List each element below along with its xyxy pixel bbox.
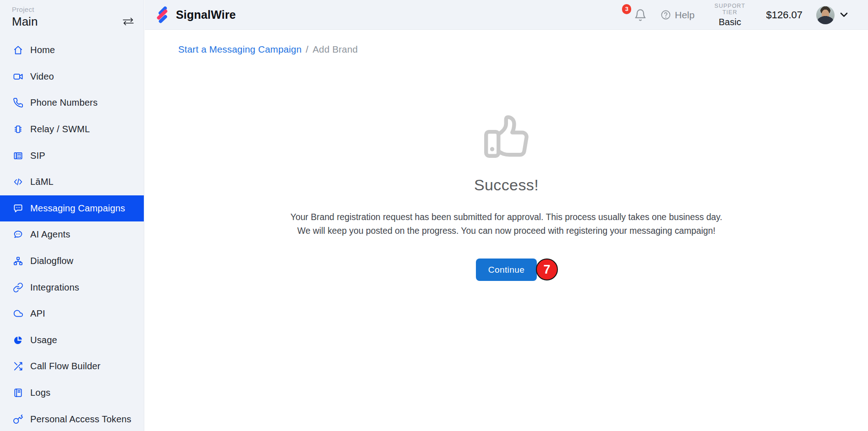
speech-bubble-dots-icon (13, 229, 23, 240)
sidebar-item-label: Video (30, 71, 54, 82)
support-tier-value: Basic (707, 17, 752, 27)
sidebar-item-label: Phone Numbers (30, 97, 98, 108)
sitemap-icon (13, 256, 23, 266)
sidebar-item-label: Call Flow Builder (30, 361, 100, 372)
notifications-button[interactable]: 3 (634, 9, 647, 22)
sidebar-item-phone-numbers[interactable]: Phone Numbers (0, 90, 144, 116)
sidebar-item-label: Personal Access Tokens (30, 414, 131, 425)
thumbs-up-icon (480, 109, 534, 163)
sidebar-item-label: Integrations (30, 282, 79, 293)
user-avatar[interactable] (816, 6, 835, 24)
sidebar-item-laml[interactable]: LāML (0, 169, 144, 195)
chain-link-icon (13, 282, 23, 293)
sidebar-item-label: Logs (30, 388, 50, 398)
switch-project-icon[interactable] (122, 17, 135, 26)
success-panel: Success! Your Brand registration request… (145, 30, 868, 281)
success-message: Your Brand registration request has been… (289, 210, 725, 237)
sidebar-item-logs[interactable]: Logs (0, 380, 144, 406)
chevron-down-icon[interactable] (840, 12, 848, 17)
sidebar-item-usage[interactable]: Usage (0, 327, 144, 354)
support-tier-label: SUPPORT TIER (707, 3, 752, 16)
pie-chart-icon (13, 335, 23, 345)
main-content: Start a Messaging Campaign/Add Brand Suc… (145, 30, 868, 431)
sidebar-item-integrations[interactable]: Integrations (0, 274, 144, 301)
desk-phone-icon (13, 151, 23, 161)
continue-button[interactable]: Continue (476, 259, 537, 281)
sidebar-nav: Home Video Phone Numbers Relay / SWML SI… (0, 37, 144, 431)
video-camera-icon (13, 71, 23, 82)
notification-badge: 3 (622, 4, 631, 14)
cloud-icon (13, 308, 23, 319)
help-label: Help (675, 10, 694, 21)
signalwire-logo-icon (153, 5, 172, 24)
sidebar-item-messaging-campaigns[interactable]: Messaging Campaigns (0, 195, 144, 222)
shuffle-arrows-icon (13, 361, 23, 372)
help-circle-icon (661, 10, 671, 20)
chip-icon (13, 124, 23, 135)
sidebar-item-label: Usage (30, 335, 57, 345)
sidebar-item-label: SIP (30, 151, 45, 161)
sidebar-item-label: LāML (30, 177, 54, 187)
sidebar-item-dialogflow[interactable]: Dialogflow (0, 248, 144, 275)
phone-handset-icon (13, 97, 23, 108)
sidebar-item-label: Home (30, 45, 55, 55)
sidebar-item-label: Messaging Campaigns (30, 203, 125, 214)
sidebar-item-relay-swml[interactable]: Relay / SWML (0, 116, 144, 143)
sidebar-item-video[interactable]: Video (0, 64, 144, 90)
sidebar: Project Main Home Video Phone Numbers (0, 0, 144, 431)
sidebar-item-ai-agents[interactable]: AI Agents (0, 221, 144, 248)
support-tier: SUPPORT TIER Basic (707, 3, 752, 27)
code-brackets-icon (13, 177, 23, 187)
page-title: Success! (145, 176, 868, 194)
project-switcher: Project Main (0, 0, 144, 29)
topbar-right-cluster: 3 Help SUPPORT TIER Basic $126.07 (634, 0, 848, 30)
sidebar-item-label: AI Agents (30, 229, 70, 240)
chat-bubble-dots-icon (13, 203, 23, 214)
account-balance: $126.07 (766, 9, 802, 21)
sidebar-item-personal-access-tokens[interactable]: Personal Access Tokens (0, 406, 144, 431)
help-button[interactable]: Help (661, 10, 694, 21)
sidebar-item-call-flow-builder[interactable]: Call Flow Builder (0, 353, 144, 380)
continue-button-row: Continue 7 (476, 259, 537, 281)
annotation-marker-7: 7 (536, 259, 558, 280)
bell-icon (634, 9, 647, 22)
sidebar-item-label: API (30, 308, 45, 319)
sidebar-item-label: Relay / SWML (30, 124, 90, 135)
sidebar-item-label: Dialogflow (30, 256, 73, 266)
sidebar-item-api[interactable]: API (0, 301, 144, 327)
project-label: Project (12, 5, 144, 13)
topbar: SignalWire 3 Help SUPPORT TIER Basic $12… (145, 0, 868, 30)
book-icon (13, 388, 23, 398)
sidebar-item-home[interactable]: Home (0, 37, 144, 64)
key-icon (13, 414, 23, 425)
brand-title[interactable]: SignalWire (176, 8, 236, 22)
home-icon (13, 45, 23, 55)
sidebar-item-sip[interactable]: SIP (0, 142, 144, 169)
